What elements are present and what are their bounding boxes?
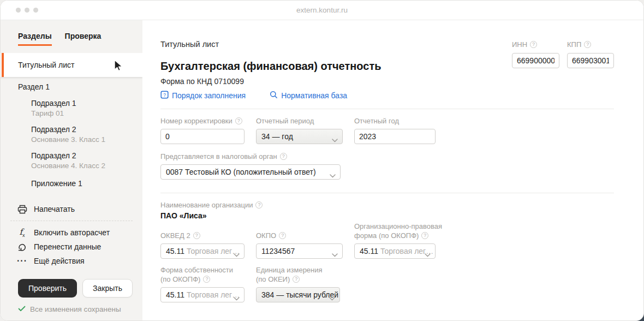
okopf-form-select[interactable]: 45.11 Торговая лег… xyxy=(354,243,436,259)
save-status: Все изменения сохранены xyxy=(18,305,142,313)
sidebar-item-title-page[interactable]: Титульный лист xyxy=(1,53,142,77)
report-year-field: Отчетный год xyxy=(354,116,436,144)
sidebar-tabs: Разделы Проверка xyxy=(1,20,142,46)
okved-field: ОКВЕД 2 ? 45.11 Торговая лег… xyxy=(160,231,245,259)
check-icon xyxy=(18,305,26,313)
transfer-data-button[interactable]: Перенести данные xyxy=(17,242,142,252)
help-icon[interactable]: ? xyxy=(255,201,263,209)
normative-base-link[interactable]: Нормативная база xyxy=(270,91,347,100)
inn-kpp-block: ИНН ? КПП ? xyxy=(512,40,614,68)
chevron-down-icon xyxy=(234,294,240,302)
okopf-form-field: Организационно-правовая форма (по ОКОПФ)… xyxy=(354,222,442,259)
report-year-input[interactable] xyxy=(354,129,436,144)
chevron-down-icon xyxy=(330,171,336,180)
print-button[interactable]: Напечатать xyxy=(17,204,142,214)
browser-topbar: extern.kontur.ru xyxy=(1,1,643,20)
sidebar-item-subsection-2a[interactable]: Подраздел 2 Основание 3. Класс 1 xyxy=(31,125,142,144)
sidebar-divider xyxy=(10,221,133,221)
tab-check[interactable]: Проверка xyxy=(65,32,102,46)
help-icon[interactable]: ? xyxy=(193,232,200,239)
address-bar: extern.kontur.ru xyxy=(1,6,643,14)
org-name-label: Наименование организации ? xyxy=(160,200,614,210)
chevron-down-icon xyxy=(332,250,338,259)
printer-icon xyxy=(17,205,27,214)
sidebar-item-subsection-1[interactable]: Подраздел 1 Тариф 01 xyxy=(31,99,142,117)
correction-number-field: Номер корректировки ? xyxy=(160,116,245,144)
sidebar-item-subsection-2b[interactable]: Подраздел 2 Основание 4. Класс 2 xyxy=(31,151,142,170)
okved-select[interactable]: 45.11 Торговая лег… xyxy=(160,243,245,259)
manual-icon: ? xyxy=(160,91,169,100)
browser-window: extern.kontur.ru Разделы Проверка Титуль… xyxy=(0,0,644,321)
svg-text:?: ? xyxy=(163,92,166,98)
window-dot[interactable] xyxy=(33,8,38,13)
kpp-field: КПП ? xyxy=(567,40,614,68)
sidebar: Разделы Проверка Титульный лист Раздел 1… xyxy=(1,20,142,321)
org-name-value: ПАО «Лиса» xyxy=(160,211,614,221)
check-button[interactable]: Проверить xyxy=(18,279,77,298)
chevron-down-icon xyxy=(329,294,335,302)
divider xyxy=(160,109,614,109)
okpo-field: ОКПО ? 11234567 xyxy=(256,231,343,259)
window-controls xyxy=(16,8,38,13)
fx-icon: fx xyxy=(17,227,27,238)
help-icon[interactable]: ? xyxy=(280,153,287,160)
kpp-input[interactable] xyxy=(567,53,614,68)
report-period-select[interactable]: 34 — год xyxy=(256,129,343,144)
help-icon[interactable]: ? xyxy=(584,41,591,48)
main-panel: Титульный лист ИНН ? КПП ? Б xyxy=(142,20,643,321)
help-icon[interactable]: ? xyxy=(235,117,242,124)
ownership-form-select[interactable]: 45.11 Торговая лег… xyxy=(160,287,245,302)
window-dot[interactable] xyxy=(25,8,29,13)
help-icon[interactable]: ? xyxy=(530,41,537,48)
close-button[interactable]: Закрыть xyxy=(82,279,133,298)
sidebar-item-appendix-1[interactable]: Приложение 1 xyxy=(31,179,142,188)
help-icon[interactable]: ? xyxy=(279,232,286,239)
chevron-down-icon xyxy=(234,250,240,259)
form-code: Форма по КНД 0710099 xyxy=(160,77,614,86)
okpo-select[interactable]: 11234567 xyxy=(256,243,343,259)
chevron-down-icon xyxy=(425,250,431,259)
autocalc-button[interactable]: fx Включить авторасчет xyxy=(17,228,142,237)
help-icon[interactable]: ? xyxy=(293,276,300,283)
transfer-icon xyxy=(17,242,27,252)
correction-number-input[interactable] xyxy=(160,129,245,144)
report-period-field: Отчетный период 34 — год xyxy=(256,116,343,144)
inn-input[interactable] xyxy=(512,53,559,68)
help-icon[interactable]: ? xyxy=(421,232,428,239)
measure-unit-field: Единица измерения (по ОКЕИ) ? 384 — тыся… xyxy=(256,265,340,302)
tax-authority-select[interactable]: 0087 Тестовый КО (положительный ответ) xyxy=(160,164,341,180)
sidebar-item-label: Титульный лист xyxy=(18,61,74,69)
ownership-form-field: Форма собственности (по ОКОПФ) ? 45.11 Т… xyxy=(160,265,245,302)
ellipsis-icon: ··· xyxy=(17,259,27,263)
measure-unit-select[interactable]: 384 — тысячи рублей xyxy=(256,287,340,302)
tab-sections[interactable]: Разделы xyxy=(18,32,52,46)
inn-field: ИНН ? xyxy=(512,40,559,68)
search-icon xyxy=(270,91,278,100)
filling-guide-link[interactable]: ? Порядок заполнения xyxy=(160,91,246,100)
chevron-down-icon xyxy=(332,135,338,144)
more-actions-button[interactable]: ··· Ещё действия xyxy=(17,256,142,266)
window-dot[interactable] xyxy=(16,8,21,13)
sidebar-item-section-1[interactable]: Раздел 1 xyxy=(18,82,142,91)
divider xyxy=(160,193,614,193)
help-icon[interactable]: ? xyxy=(203,276,210,283)
tax-authority-field: Представляется в налоговый орган ? 0087 … xyxy=(160,152,341,180)
